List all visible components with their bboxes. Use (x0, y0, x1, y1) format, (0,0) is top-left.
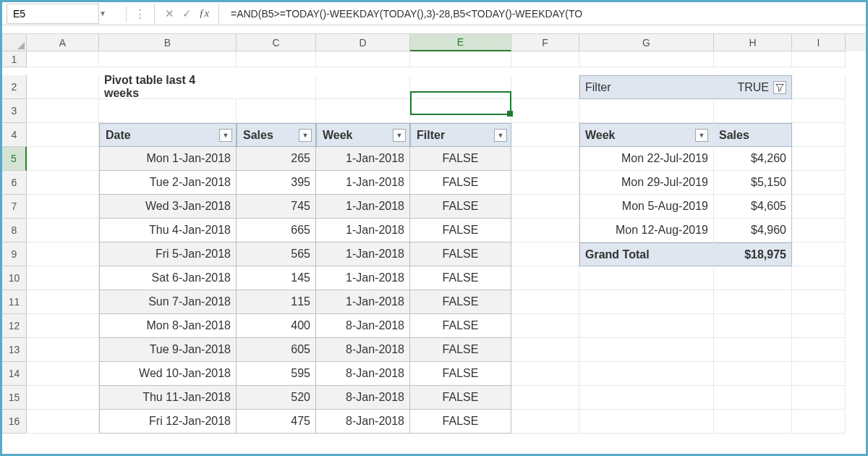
empty-cell[interactable] (714, 266, 792, 290)
empty-cell[interactable] (511, 314, 579, 338)
table-week-cell[interactable]: 1-Jan-2018 (316, 147, 410, 171)
empty-cell[interactable] (579, 51, 714, 67)
row-header-2[interactable]: 2 (2, 75, 27, 99)
table-filter-cell[interactable]: FALSE (410, 410, 511, 434)
empty-cell[interactable] (511, 147, 579, 171)
name-box[interactable]: ▼ (2, 2, 122, 25)
empty-cell[interactable] (27, 290, 99, 314)
empty-cell[interactable] (792, 410, 846, 434)
empty-cell[interactable] (511, 338, 579, 362)
empty-cell[interactable] (511, 75, 579, 99)
table-date-cell[interactable]: Thu 4-Jan-2018 (99, 219, 237, 242)
empty-cell[interactable] (714, 51, 792, 67)
table-week-cell[interactable]: 8-Jan-2018 (316, 338, 410, 362)
empty-cell[interactable] (511, 51, 579, 67)
empty-cell[interactable] (511, 219, 579, 242)
pivot-week-cell[interactable]: Mon 5-Aug-2019 (579, 195, 714, 219)
empty-cell[interactable] (410, 99, 511, 123)
empty-cell[interactable] (792, 123, 846, 147)
table-date-cell[interactable]: Mon 1-Jan-2018 (99, 147, 237, 171)
row-header-7[interactable]: 7 (2, 195, 27, 219)
empty-cell[interactable] (792, 75, 846, 99)
empty-cell[interactable] (27, 410, 99, 434)
empty-cell[interactable] (792, 266, 846, 290)
table-date-cell[interactable]: Fri 5-Jan-2018 (99, 242, 237, 266)
pivot-week-cell[interactable]: Mon 12-Aug-2019 (579, 219, 714, 242)
table-week-cell[interactable]: 1-Jan-2018 (316, 242, 410, 266)
empty-cell[interactable] (27, 171, 99, 195)
table-date-cell[interactable]: Sun 7-Jan-2018 (99, 290, 237, 314)
empty-cell[interactable] (579, 99, 714, 123)
empty-cell[interactable] (511, 171, 579, 195)
table-week-cell[interactable]: 1-Jan-2018 (316, 290, 410, 314)
col-header-F[interactable]: F (511, 34, 579, 51)
table-sales-cell[interactable]: 145 (237, 266, 316, 290)
table-sales-cell[interactable]: 265 (237, 147, 316, 171)
row-header-8[interactable]: 8 (2, 219, 27, 242)
table-date-cell[interactable]: Wed 10-Jan-2018 (99, 362, 237, 386)
table-filter-cell[interactable]: FALSE (410, 338, 511, 362)
empty-cell[interactable] (27, 99, 99, 123)
table-week-cell[interactable]: 8-Jan-2018 (316, 386, 410, 410)
empty-cell[interactable] (511, 362, 579, 386)
empty-cell[interactable] (237, 99, 316, 123)
table-filter-cell[interactable]: FALSE (410, 290, 511, 314)
table-sales-cell[interactable]: 520 (237, 386, 316, 410)
empty-cell[interactable] (27, 338, 99, 362)
table-header-filter[interactable]: Filter ▼ (410, 123, 511, 147)
empty-cell[interactable] (792, 290, 846, 314)
empty-cell[interactable] (792, 219, 846, 242)
table-filter-cell[interactable]: FALSE (410, 386, 511, 410)
col-header-C[interactable]: C (237, 34, 316, 51)
empty-cell[interactable] (410, 75, 511, 99)
pivot-sales-cell[interactable]: $4,260 (714, 147, 792, 171)
table-week-cell[interactable]: 1-Jan-2018 (316, 266, 410, 290)
table-sales-cell[interactable]: 745 (237, 195, 316, 219)
empty-cell[interactable] (579, 386, 714, 410)
table-header-date[interactable]: Date ▼ (99, 123, 237, 147)
empty-cell[interactable] (792, 51, 846, 67)
pivot-week-cell[interactable]: Mon 29-Jul-2019 (579, 171, 714, 195)
empty-cell[interactable] (27, 362, 99, 386)
empty-cell[interactable] (714, 314, 792, 338)
empty-cell[interactable] (27, 266, 99, 290)
table-date-cell[interactable]: Fri 12-Jan-2018 (99, 410, 237, 434)
pivot-sales-cell[interactable]: $4,960 (714, 219, 792, 242)
col-header-E[interactable]: E (410, 34, 511, 51)
name-box-dropdown-icon[interactable]: ▼ (99, 9, 111, 17)
dropdown-icon[interactable]: ▼ (219, 129, 232, 142)
table-sales-cell[interactable]: 605 (237, 338, 316, 362)
row-header-16[interactable]: 16 (2, 410, 27, 434)
empty-cell[interactable] (316, 99, 410, 123)
empty-cell[interactable] (27, 147, 99, 171)
empty-cell[interactable] (792, 242, 846, 266)
pivot-header-sales[interactable]: Sales (714, 123, 792, 147)
empty-cell[interactable] (410, 51, 511, 67)
empty-cell[interactable] (714, 410, 792, 434)
insert-function-icon[interactable]: ƒx (195, 5, 213, 22)
empty-cell[interactable] (792, 99, 846, 123)
empty-cell[interactable] (99, 51, 237, 67)
table-filter-cell[interactable]: FALSE (410, 314, 511, 338)
dropdown-icon[interactable]: ▼ (393, 129, 406, 142)
empty-cell[interactable] (792, 314, 846, 338)
pivot-sales-cell[interactable]: $4,605 (714, 195, 792, 219)
table-week-cell[interactable]: 8-Jan-2018 (316, 410, 410, 434)
empty-cell[interactable] (579, 362, 714, 386)
empty-cell[interactable] (579, 266, 714, 290)
table-header-week[interactable]: Week ▼ (316, 123, 410, 147)
table-filter-cell[interactable]: FALSE (410, 242, 511, 266)
empty-cell[interactable] (27, 195, 99, 219)
row-header-1[interactable]: 1 (2, 51, 27, 67)
empty-cell[interactable] (579, 338, 714, 362)
row-header-11[interactable]: 11 (2, 290, 27, 314)
empty-cell[interactable] (792, 147, 846, 171)
table-date-cell[interactable]: Wed 3-Jan-2018 (99, 195, 237, 219)
row-header-4[interactable]: 4 (2, 123, 27, 147)
empty-cell[interactable] (27, 75, 99, 99)
empty-cell[interactable] (714, 362, 792, 386)
enter-formula-icon[interactable]: ✓ (178, 5, 195, 22)
formula-options-icon[interactable]: ⋮ (131, 5, 148, 22)
empty-cell[interactable] (27, 242, 99, 266)
row-header-9[interactable]: 9 (2, 242, 27, 266)
